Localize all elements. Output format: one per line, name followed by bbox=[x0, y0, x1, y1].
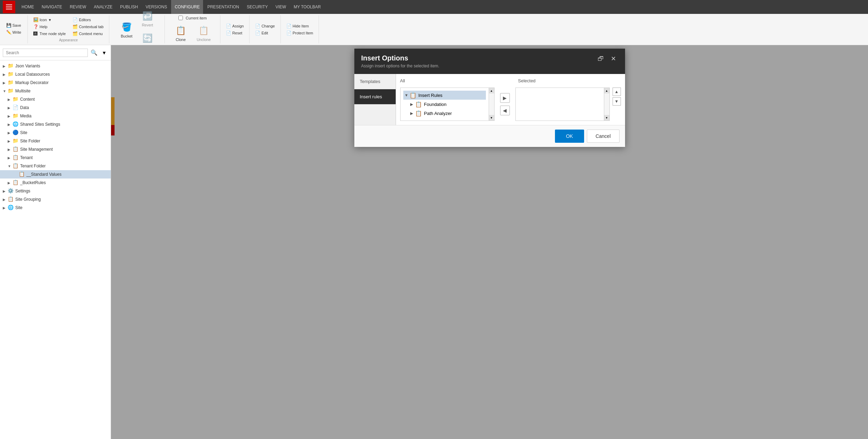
tree-item-media[interactable]: ▶ 📁 Media bbox=[0, 112, 111, 120]
selected-scroll-down-btn[interactable]: ▼ bbox=[604, 115, 609, 121]
ribbon-edit-btn[interactable]: 📄 Edit bbox=[254, 30, 276, 36]
tree-item-site-bottom[interactable]: ▶ 🌐 Site bbox=[0, 204, 111, 212]
ribbon-assign-section: 📄 Assign 📄 Reset bbox=[220, 15, 250, 43]
transfer-buttons: ▶ ◀ bbox=[497, 88, 513, 121]
ribbon-assign-btn[interactable]: 📄 Assign bbox=[225, 23, 245, 29]
context-menu-icon: 🗂️ bbox=[73, 31, 77, 36]
unclone-icon: 📋 bbox=[197, 24, 210, 37]
ribbon-contextual-tab-btn[interactable]: 🗂️ Contextual tab bbox=[71, 24, 105, 30]
bucket-icon: 🪣 bbox=[120, 21, 133, 33]
ribbon-protect-item-btn[interactable]: 📄 Protect Item bbox=[285, 30, 314, 36]
modal-close-btn[interactable]: ✕ bbox=[609, 54, 618, 63]
tree-item-site-management[interactable]: ▶ 📋 Site Management bbox=[0, 145, 111, 154]
nav-mytoolbar[interactable]: MY TOOLBAR bbox=[290, 0, 324, 14]
ribbon-editors-btn[interactable]: 📄 Editors bbox=[71, 17, 105, 23]
all-panel-label: All bbox=[400, 78, 490, 83]
all-panel-scrollbar: ▲ ▼ bbox=[489, 88, 495, 121]
search-bar: 🔍 ▼ bbox=[0, 45, 111, 60]
tree-item-data[interactable]: ▶ 📄 Data bbox=[0, 103, 111, 112]
cancel-button[interactable]: Cancel bbox=[587, 130, 620, 143]
tree-item-markup-decorator[interactable]: ▶ 📁 Markup Decorator bbox=[0, 78, 111, 87]
ribbon-unclone-btn[interactable]: 📋 Unclone bbox=[193, 22, 214, 44]
selected-panel-scrollbar: ▲ ▼ bbox=[604, 88, 610, 121]
nav-home[interactable]: HOME bbox=[18, 0, 37, 14]
nav-navigate[interactable]: NAVIGATE bbox=[38, 0, 66, 14]
sync-icon: 🔄 bbox=[141, 32, 154, 44]
selected-scroll-up-btn[interactable]: ▲ bbox=[604, 88, 609, 93]
ribbon-tree-node-btn[interactable]: 🅰 Tree node style bbox=[32, 31, 67, 37]
editors-icon: 📄 bbox=[73, 17, 77, 22]
tree-item-local-datasources[interactable]: ▶ 📁 Local Datasources bbox=[0, 70, 111, 78]
content-area: Insert Options Assign insert options for… bbox=[111, 45, 868, 439]
ribbon-help-btn[interactable]: ❓ Help bbox=[32, 24, 67, 30]
protect-icon: 📄 bbox=[286, 31, 291, 35]
ribbon-hide-item-btn[interactable]: 📄 Hide Item bbox=[285, 23, 314, 29]
modal-header: Insert Options Assign insert options for… bbox=[354, 49, 625, 74]
ribbon-save-btn[interactable]: 💾 Save bbox=[5, 22, 23, 28]
nav-presentation[interactable]: PRESENTATION bbox=[204, 0, 243, 14]
ribbon-write-section: 💾 Save ✏️ Write bbox=[0, 15, 28, 43]
ribbon-current-item-check[interactable]: Current item bbox=[177, 15, 208, 21]
contextual-tab-icon: 🗂️ bbox=[73, 24, 77, 29]
tree-item-tenant-folder[interactable]: ▼ 📋 Tenant Folder bbox=[0, 162, 111, 170]
main-layout: 🔍 ▼ ▶ 📁 Json Variants ▶ 📁 Local Datasour… bbox=[0, 45, 868, 439]
nav-security[interactable]: SECURITY bbox=[243, 0, 271, 14]
tree-item-bucket-rules[interactable]: ▶ 📋 _BucketRules bbox=[0, 179, 111, 187]
ribbon-clone-section: Current item 📋 Clone 📋 Unclone bbox=[165, 15, 220, 43]
ribbon-bucket-btn[interactable]: 🪣 Bucket bbox=[117, 19, 136, 40]
ribbon-bucket-section: 🪣 Bucket ↩️ Revert 🔄 Sync bbox=[109, 15, 165, 43]
search-dropdown-btn[interactable]: ▼ bbox=[100, 49, 108, 57]
ribbon-write-btn[interactable]: ✏️ Write bbox=[5, 29, 23, 35]
tree-container: ▶ 📁 Json Variants ▶ 📁 Local Datasources … bbox=[0, 60, 111, 439]
ok-button[interactable]: OK bbox=[555, 130, 584, 143]
nav-analyze[interactable]: ANALYZE bbox=[90, 0, 116, 14]
selected-panel-label: Selected bbox=[518, 78, 608, 83]
ribbon-revert-btn[interactable]: ↩️ Revert bbox=[138, 8, 157, 29]
current-item-checkbox[interactable] bbox=[178, 16, 183, 20]
tree-item-site-grouping[interactable]: ▶ 📋 Site Grouping bbox=[0, 195, 111, 204]
modal-title: Insert Options bbox=[361, 54, 596, 62]
tree-item-shared-sites[interactable]: ▶ 🌐 Shared Sites Settings bbox=[0, 120, 111, 129]
tab-templates[interactable]: Templates bbox=[354, 74, 396, 89]
tree-item-site[interactable]: ▶ 🔵 Site bbox=[0, 129, 111, 137]
edit-icon: 📄 bbox=[255, 31, 260, 35]
tree-item-json-variants[interactable]: ▶ 📁 Json Variants bbox=[0, 62, 111, 70]
selected-panel-wrapper: ▲ ▼ bbox=[515, 88, 610, 121]
tab-insert-rules[interactable]: Insert rules bbox=[354, 89, 396, 105]
ribbon-clone-btn[interactable]: 📋 Clone bbox=[171, 22, 191, 44]
icon-icon: 🖼️ bbox=[33, 17, 38, 22]
all-scroll-up-btn[interactable]: ▲ bbox=[489, 88, 494, 93]
selected-scroll-track bbox=[604, 93, 609, 115]
all-scroll-track bbox=[489, 93, 494, 115]
all-scroll-down-btn[interactable]: ▼ bbox=[489, 115, 494, 121]
tree-item-site-folder[interactable]: ▶ 📁 Site Folder bbox=[0, 137, 111, 145]
transfer-left-btn[interactable]: ◀ bbox=[500, 106, 510, 115]
reorder-down-btn[interactable]: ▼ bbox=[613, 97, 621, 106]
nav-configure[interactable]: CONFIGURE bbox=[171, 0, 203, 14]
reorder-up-btn[interactable]: ▲ bbox=[613, 88, 621, 96]
ribbon-icon-btn[interactable]: 🖼️ Icon ▼ bbox=[32, 17, 67, 23]
ribbon-change-btn[interactable]: 📄 Change bbox=[254, 23, 276, 29]
tree-item-tenant[interactable]: ▶ 📋 Tenant bbox=[0, 154, 111, 162]
brand-logo[interactable] bbox=[3, 1, 15, 13]
tree-item-content[interactable]: ▶ 📁 Content bbox=[0, 95, 111, 103]
nav-view[interactable]: VIEW bbox=[272, 0, 290, 14]
modal-tree-item-path-analyzer[interactable]: ▶ 📋 Path Analyzer bbox=[403, 109, 486, 118]
modal-maximize-btn[interactable]: 🗗 bbox=[596, 55, 606, 63]
search-input[interactable] bbox=[3, 49, 88, 57]
tree-item-standard-values[interactable]: 📋 __Standard Values bbox=[0, 170, 111, 179]
modal-tree-item-insert-rules[interactable]: ▼ 📋 Insert Rules bbox=[403, 91, 486, 100]
save-icon: 💾 bbox=[6, 23, 11, 28]
modal-tree-item-foundation[interactable]: ▶ 📋 Foundation bbox=[403, 100, 486, 109]
tree-node-icon: 🅰 bbox=[33, 31, 38, 36]
nav-review[interactable]: REVIEW bbox=[66, 0, 90, 14]
tree-item-settings[interactable]: ▶ ⚙️ Settings bbox=[0, 187, 111, 195]
transfer-right-btn[interactable]: ▶ bbox=[500, 93, 510, 103]
write-icon: ✏️ bbox=[6, 30, 11, 35]
tree-item-multisite[interactable]: ▼ 📁 Multisite bbox=[0, 87, 111, 95]
reorder-buttons: ▲ ▼ bbox=[613, 88, 621, 121]
search-button[interactable]: 🔍 bbox=[89, 48, 99, 57]
modal-overlay: Insert Options Assign insert options for… bbox=[111, 45, 868, 439]
ribbon-reset-btn[interactable]: 📄 Reset bbox=[225, 30, 245, 36]
ribbon-context-menu-btn[interactable]: 🗂️ Context menu bbox=[71, 31, 105, 37]
